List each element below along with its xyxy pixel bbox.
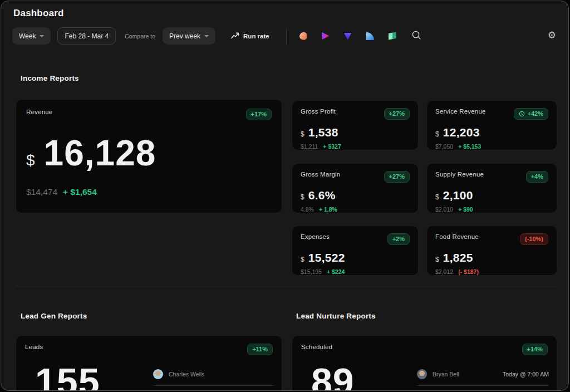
- gross-margin-card[interactable]: Gross Margin +27% $ 6.6% 4.8% + 1.8%: [292, 163, 419, 213]
- gear-icon: ⚙: [548, 31, 556, 40]
- card-label: Revenue: [26, 109, 52, 115]
- previous-value: $1,211: [301, 143, 318, 150]
- period-select-label: Week: [19, 32, 36, 40]
- person-block: Charles Wells: [153, 369, 274, 386]
- run-rate-button[interactable]: Run rate: [228, 32, 273, 41]
- supply-revenue-card[interactable]: Supply Revenue +4% $ 2,100 $2,010 + $90: [426, 163, 557, 213]
- toolbar-divider: [286, 28, 287, 45]
- lead-gen-reports-title: Lead Gen Reports: [21, 312, 87, 320]
- food-revenue-card[interactable]: Food Revenue (-10%) $ 1,825 $2,012 (- $1…: [426, 226, 557, 276]
- change-badge: +27%: [384, 108, 410, 120]
- flag-green-icon[interactable]: [389, 32, 396, 40]
- expenses-card[interactable]: Expenses +2% $ 15,522 $15,195 + $224: [292, 226, 419, 276]
- previous-value: $2,012: [435, 268, 453, 275]
- currency-symbol: $: [435, 256, 439, 263]
- scheduled-card[interactable]: Scheduled +14% 89 Bryan Bell Today @ 7:0…: [292, 335, 557, 391]
- search-icon: [411, 30, 421, 42]
- change-badge: +17%: [246, 109, 272, 120]
- card-label: Leads: [25, 344, 43, 350]
- metric-value: 155: [35, 362, 100, 391]
- gross-profit-card[interactable]: Gross Profit +27% $ 1,538 $1,211 + $327: [292, 100, 419, 150]
- pie-blue-icon[interactable]: [366, 32, 374, 40]
- previous-value: $2,010: [435, 206, 453, 213]
- card-label: Food Revenue: [435, 233, 479, 240]
- change-badge: +42%: [514, 108, 548, 120]
- previous-value: $7,050: [435, 143, 453, 150]
- delta-value: + $327: [323, 143, 341, 150]
- app-shortcuts: [299, 32, 396, 40]
- avatar: [417, 369, 427, 379]
- delta-value: + $5,153: [458, 143, 481, 150]
- person-name: Bryan Bell: [433, 371, 459, 378]
- avatar: [153, 369, 163, 379]
- delta-value: + $90: [458, 206, 473, 213]
- leads-card[interactable]: Leads +11% 155 Charles Wells: [16, 335, 282, 391]
- change-badge: +2%: [387, 233, 410, 245]
- clock-icon: [519, 111, 525, 117]
- person-block: Bryan Bell Today @ 7:00 AM: [417, 369, 549, 386]
- metric-value: 89: [311, 362, 355, 391]
- settings-button[interactable]: ⚙: [548, 31, 556, 40]
- search-button[interactable]: [411, 30, 421, 42]
- scheduled-time: Today @ 7:00 AM: [503, 371, 549, 378]
- section-divider: [15, 286, 558, 286]
- card-label: Expenses: [301, 233, 330, 240]
- chevron-down-icon: [40, 35, 44, 37]
- metric-value: 1,825: [443, 251, 473, 264]
- card-label: Gross Margin: [301, 171, 340, 178]
- currency-symbol: $: [435, 193, 439, 201]
- blob-orange-icon[interactable]: [298, 31, 308, 41]
- change-badge: (-10%): [520, 233, 548, 245]
- revenue-card[interactable]: Revenue +17% $ 16,128 $14,474 + $1,654: [16, 99, 282, 213]
- currency-symbol: $: [301, 130, 304, 138]
- compare-period-select[interactable]: Prev week: [163, 27, 215, 45]
- date-range-button[interactable]: Feb 28 - Mar 4: [57, 27, 116, 45]
- income-reports-title: Income Reports: [21, 74, 79, 82]
- change-badge: +14%: [522, 344, 548, 355]
- metric-value: 15,522: [308, 251, 345, 264]
- currency-symbol: $: [435, 130, 439, 138]
- person-name: Charles Wells: [169, 371, 205, 378]
- delta-value: + $1,654: [63, 187, 97, 197]
- period-select[interactable]: Week: [12, 27, 51, 45]
- dashboard-window: Dashboard Week Feb 28 - Mar 4 Compare to…: [1, 1, 569, 391]
- card-label: Service Revenue: [435, 108, 486, 115]
- previous-value: $14,474: [26, 187, 57, 197]
- lead-nurture-reports-title: Lead Nurture Reports: [296, 312, 376, 320]
- badge-text: +42%: [528, 110, 543, 117]
- person-divider: [417, 385, 549, 386]
- toolbar: Week Feb 28 - Mar 4 Compare to Prev week…: [12, 27, 421, 45]
- previous-value: 4.8%: [301, 206, 314, 213]
- metric-value: 12,203: [443, 126, 480, 139]
- card-label: Gross Profit: [301, 108, 336, 115]
- person-divider: [153, 385, 274, 386]
- page-title: Dashboard: [13, 8, 64, 19]
- change-badge: +11%: [247, 344, 273, 355]
- chevron-down-icon: [204, 35, 209, 37]
- change-badge: +4%: [526, 171, 548, 183]
- delta-value: (- $187): [458, 268, 479, 275]
- delta-value: + 1.8%: [319, 206, 337, 213]
- metric-value: 16,128: [44, 133, 156, 174]
- funnel-indigo-icon[interactable]: [344, 32, 352, 40]
- play-gradient-icon[interactable]: [322, 32, 330, 40]
- compare-period-label: Prev week: [169, 32, 200, 40]
- trend-up-icon: [231, 32, 239, 40]
- card-label: Scheduled: [301, 344, 332, 350]
- metric-value: 2,100: [443, 189, 473, 202]
- compare-to-label: Compare to: [125, 33, 155, 40]
- currency-symbol: $: [26, 151, 35, 169]
- run-rate-label: Run rate: [243, 33, 269, 40]
- currency-symbol: $: [301, 193, 304, 201]
- metric-value: 1,538: [308, 126, 338, 139]
- card-label: Supply Revenue: [435, 171, 484, 178]
- previous-value: $15,195: [301, 268, 322, 275]
- service-revenue-card[interactable]: Service Revenue +42% $ 12,203 $7,050 + $…: [426, 100, 557, 150]
- currency-symbol: $: [301, 256, 304, 263]
- delta-value: + $224: [327, 268, 345, 275]
- change-badge: +27%: [384, 171, 410, 183]
- metric-value: 6.6%: [308, 189, 336, 202]
